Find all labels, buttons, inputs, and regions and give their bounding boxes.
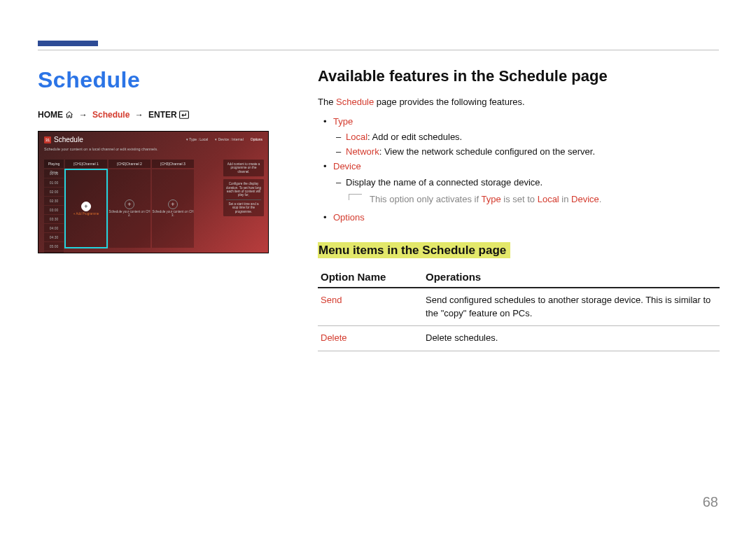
shot-title: Schedule [54,136,83,143]
type-local: Local: Add or edit schedules. [333,130,720,145]
device-label: Device [333,161,361,171]
right-column: Available features in the Schedule page … [318,67,720,351]
network-key: Network [346,146,379,157]
side-card-2: Configure the display duration. To set h… [223,179,264,216]
plus-icon: + [81,202,91,211]
channel-header: [CH2]Channel 2 [108,160,150,168]
device-desc: Display the name of a connected storage … [333,176,720,190]
table-header-row: Option Name Operations [318,267,720,288]
row-delete-name: Delete [318,326,423,351]
schedule-screenshot: 31 Schedule ▾ Type : Local ▾ Device : In… [38,131,269,253]
shot-device-dropdown: ▾ Device : Internal [215,137,244,141]
local-desc: : Add or edit schedules. [368,132,462,142]
note-in: in [559,194,571,204]
shot-side-cards: Add content to create a programme on the… [223,160,264,216]
channel-3-cell: + Schedule your content on CH 3. [152,169,194,248]
options-label: Options [333,212,365,223]
shot-subtitle: Schedule your content on a local channel… [44,147,158,151]
plus-icon: + [125,199,134,209]
channel-3-col: [CH3]Channel 3 + Schedule your content o… [152,160,194,248]
nav-path: HOME → Schedule → ENTER [38,110,269,121]
channel-1-cell: + + Add Programme [65,169,107,248]
note-end: . [599,194,602,204]
time-row: 03:00 [44,206,64,214]
arrow-icon: → [135,110,144,120]
intro-pre: The [318,97,336,107]
feature-options: Options [318,211,720,225]
local-key: Local [346,132,368,142]
time-row: 00:00 [44,169,64,178]
feature-device: Device Display the name of a connected s… [318,160,720,206]
plus-icon: + [168,199,178,209]
shot-options: Options [251,137,262,141]
feature-list: Type Local: Add or edit schedules. Netwo… [318,115,720,225]
row-delete-op: Delete schedules. [423,326,720,351]
type-network: Network: View the network schedule confi… [333,145,720,160]
path-enter: ENTER [148,110,177,120]
side-card-2a: Configure the display duration. To set h… [226,182,261,197]
shot-toolbar: ▾ Type : Local ▾ Device : Internal Optio… [186,137,262,141]
left-column: Schedule HOME → Schedule → ENTER 31 Sche… [38,67,269,253]
col-option-name: Option Name [318,267,423,288]
time-header: Playing Time [44,160,64,168]
channel-3-caption: Schedule your content on CH 3. [152,211,194,218]
add-programme-label: + Add Programme [74,213,99,216]
table-row: Delete Delete schedules. [318,326,720,351]
page-title: Schedule [38,67,269,93]
path-home: HOME [38,110,63,120]
time-row: 03:30 [44,215,64,223]
type-label: Type [333,116,353,127]
device-sublist: Display the name of a connected storage … [333,176,720,190]
shot-grid: Playing Time 00:00 01:00 02:00 02:30 03:… [44,160,220,248]
home-icon [65,111,74,121]
page-number: 68 [703,494,718,510]
feature-type: Type Local: Add or edit schedules. Netwo… [318,115,720,160]
note-pre: This option only activates if [370,194,481,204]
note-device: Device [571,194,599,204]
time-row: 04:30 [44,233,64,241]
side-card-1: Add content to create a programme on the… [223,160,264,176]
intro-post: page provides the following features. [374,97,524,107]
channel-2-cell: + Schedule your content on CH 2. [108,169,150,248]
intro-line: The Schedule page provides the following… [318,95,720,109]
shot-header: 31 Schedule [44,136,83,143]
time-row: 05:00 [44,242,64,251]
table-row: Send Send configured schedules to anothe… [318,288,720,326]
menu-items-heading: Menu items in the Schedule page [318,242,510,258]
header-accent-bar [38,41,98,46]
shot-type-dropdown: ▾ Type : Local [186,137,208,141]
row-send-op: Send configured schedules to another sto… [423,288,720,326]
time-row: 06:00 [44,251,64,253]
time-column: Playing Time 00:00 01:00 02:00 02:30 03:… [44,160,64,248]
header-rule [38,50,719,50]
time-row: 02:30 [44,197,64,205]
intro-schedule: Schedule [336,97,374,107]
channel-header: [CH3]Channel 3 [152,160,194,168]
menu-items-table: Option Name Operations Send Send configu… [318,267,720,352]
features-heading: Available features in the Schedule page [318,67,720,85]
channel-1-col: [CH1]Channel 1 + + Add Programme [65,160,107,248]
row-send-name: Send [318,288,423,326]
note-local: Local [538,194,559,204]
calendar-icon: 31 [44,136,51,143]
side-card-2b: Set a start time and a stop time for the… [229,202,259,213]
manual-page: Schedule HOME → Schedule → ENTER 31 Sche… [0,0,756,534]
card-separator [226,199,261,200]
type-sublist: Local: Add or edit schedules. Network: V… [333,130,720,160]
device-note: This option only activates if Type is se… [349,192,720,206]
time-row: 04:00 [44,224,64,232]
time-row: 01:00 [44,178,64,187]
enter-icon [179,111,189,121]
channel-2-col: [CH2]Channel 2 + Schedule your content o… [108,160,150,248]
note-mid: is set to [501,194,538,204]
channel-header: [CH1]Channel 1 [65,160,107,168]
time-row: 02:00 [44,188,64,196]
arrow-icon: → [79,110,88,120]
col-operations: Operations [423,267,720,288]
channel-2-caption: Schedule your content on CH 2. [108,211,150,218]
note-type: Type [481,194,500,204]
network-desc: : View the network schedule configured o… [379,146,595,157]
path-schedule: Schedule [92,110,130,120]
